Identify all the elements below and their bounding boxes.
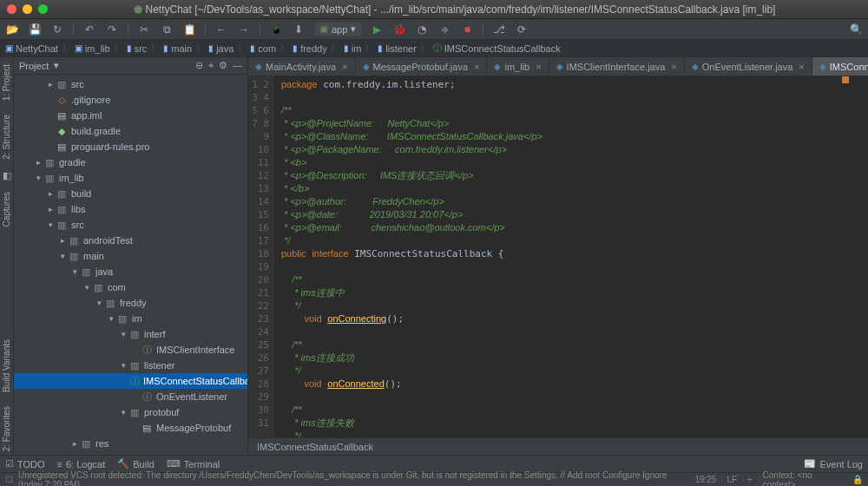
status-icon[interactable]: ☐ <box>5 475 13 484</box>
undo-icon[interactable]: ↶ <box>82 23 96 36</box>
tree-item-messageprotobuf[interactable]: ▤MessageProtobuf <box>14 420 247 436</box>
tree-item-imsclientinterface[interactable]: ⒾIMSClientInterface <box>14 342 247 358</box>
sync-icon[interactable]: ↻ <box>50 23 64 36</box>
tree-item-protobuf[interactable]: ▾▥protobuf <box>14 404 247 420</box>
breadcrumb-item[interactable]: ▮java <box>208 43 233 54</box>
close-tab-icon[interactable]: × <box>799 62 804 72</box>
tree-item-src[interactable]: ▸▥src <box>14 76 247 92</box>
int-icon: Ⓘ <box>141 391 153 404</box>
todo-tab[interactable]: ☑TODO <box>5 458 45 470</box>
tree-item-build-gradle[interactable]: ◆build.gradle <box>14 123 247 139</box>
tree-item-res[interactable]: ▸▥res <box>14 436 247 451</box>
tree-item-build[interactable]: ▸▥build <box>14 186 247 201</box>
close-tab-icon[interactable]: × <box>342 62 347 72</box>
debug-icon[interactable]: 🐞 <box>392 23 406 36</box>
event-log-tab[interactable]: 📰Event Log <box>804 458 863 470</box>
int-icon: Ⓘ <box>141 344 153 357</box>
structure-toolwindow-tab[interactable]: 2: Structure <box>0 111 13 163</box>
logcat-tab[interactable]: ≡6: Logcat <box>57 459 106 470</box>
lock-icon[interactable]: 🔒 <box>852 475 863 484</box>
tree-item-src[interactable]: ▾▥src <box>14 217 247 233</box>
context-selector[interactable]: Context: <no context> <box>763 470 842 487</box>
tree-item-im-lib[interactable]: ▾▥im_lib <box>14 170 247 186</box>
close-tab-icon[interactable]: × <box>474 62 479 72</box>
breadcrumb-item[interactable]: ▮im <box>344 43 362 54</box>
close-tab-icon[interactable]: × <box>671 62 676 72</box>
copy-icon[interactable]: ⧉ <box>160 23 174 36</box>
tree-item-com[interactable]: ▾▥com <box>14 279 247 295</box>
run-icon[interactable]: ▶ <box>370 23 384 36</box>
redo-icon[interactable]: ↷ <box>105 23 119 36</box>
editor-tab[interactable]: ◆IMSConnectStatusCallback.java× <box>812 57 868 76</box>
tree-item-main[interactable]: ▾▥main <box>14 248 247 264</box>
breadcrumb-item[interactable]: ▮freddy <box>293 43 327 54</box>
int-icon: Ⓘ <box>130 375 140 388</box>
breadcrumb-item[interactable]: ▮com <box>250 43 276 54</box>
project-toolwindow-tab[interactable]: 1: Project <box>0 61 13 104</box>
settings-icon[interactable]: ⚙ <box>219 60 227 71</box>
close-window-icon[interactable] <box>7 4 16 14</box>
encoding[interactable]: ÷ <box>747 475 753 484</box>
editor-tab[interactable]: ◆MessageProtobuf.java× <box>356 57 488 76</box>
run-config-selector[interactable]: ▣app▾ <box>314 23 361 36</box>
collapse-icon[interactable]: ⊖ <box>195 60 203 71</box>
editor-tab[interactable]: ◆im_lib× <box>487 57 549 76</box>
locate-icon[interactable]: ⌖ <box>208 60 214 71</box>
tree-item-oneventlistener[interactable]: ⒾOnEventListener <box>14 389 247 404</box>
sdk-icon[interactable]: ⬇ <box>292 23 306 36</box>
back-icon[interactable]: ← <box>214 23 228 36</box>
fold-icon: ▥ <box>68 251 80 262</box>
attach-icon[interactable]: ⎆ <box>437 23 451 36</box>
save-icon[interactable]: 💾 <box>28 23 42 36</box>
breadcrumb-item[interactable]: ▣im_lib <box>75 43 110 54</box>
editor-tab[interactable]: ◆IMSClientInterface.java× <box>549 57 685 76</box>
close-tab-icon[interactable]: × <box>536 62 541 72</box>
profile-icon[interactable]: ◔ <box>415 23 429 36</box>
captures-toolwindow-tab[interactable]: Captures <box>0 188 13 231</box>
tree-item-im[interactable]: ▾▥im <box>14 311 247 326</box>
breadcrumb-item[interactable]: ▮listener <box>378 43 416 54</box>
tree-item-interf[interactable]: ▾▥interf <box>14 326 247 342</box>
tree-item-gradle[interactable]: ▸▥gradle <box>14 154 247 170</box>
tree-item--gitignore[interactable]: ◇.gitignore <box>14 92 247 108</box>
update-icon[interactable]: ⟳ <box>515 23 529 36</box>
breadcrumb-item[interactable]: ▣NettyChat <box>5 43 58 54</box>
line-separator[interactable]: LF <box>727 475 737 484</box>
file-icon: ◆ <box>255 62 262 71</box>
favorites-tab[interactable]: 2: Favorites <box>0 403 13 455</box>
breadcrumb-item[interactable]: ▮src <box>127 43 148 54</box>
tree-item-proguard-rules-pro[interactable]: ▤proguard-rules.pro <box>14 139 247 154</box>
project-tree[interactable]: ▸▥src◇.gitignore▤app.iml◆build.gradle▤pr… <box>14 75 247 455</box>
search-everywhere-icon[interactable]: 🔍 <box>849 23 863 36</box>
build-variants-tab[interactable]: Build Variants <box>0 336 13 396</box>
tree-item-freddy[interactable]: ▾▥freddy <box>14 295 247 311</box>
captures-icon[interactable]: ◧ <box>3 170 11 181</box>
editor-tab[interactable]: ◆MainActivity.java× <box>248 57 356 76</box>
forward-icon[interactable]: → <box>237 23 251 36</box>
tree-item-app-iml[interactable]: ▤app.iml <box>14 108 247 123</box>
cut-icon[interactable]: ✂ <box>137 23 151 36</box>
breadcrumb-item[interactable]: ▮main <box>163 43 192 54</box>
tree-item-listener[interactable]: ▾▥listener <box>14 358 247 373</box>
tree-item-imsconnectstatuscallback[interactable]: ⒾIMSConnectStatusCallback <box>14 373 247 389</box>
tree-item-java[interactable]: ▾▥java <box>14 264 247 279</box>
window-controls[interactable] <box>7 4 48 14</box>
avd-icon[interactable]: 📱 <box>269 23 283 36</box>
vcs-icon[interactable]: ⎇ <box>492 23 506 36</box>
caret-position[interactable]: 19:25 <box>694 475 716 484</box>
tree-item-libs[interactable]: ▸▥libs <box>14 201 247 217</box>
hide-icon[interactable]: — <box>233 60 242 71</box>
tree-item-androidmanifest-xml[interactable]: ⬘AndroidManifest.xml <box>14 451 247 455</box>
tree-item-androidtest[interactable]: ▸▥androidTest <box>14 233 247 248</box>
editor-tab[interactable]: ◆OnEventListener.java× <box>685 57 812 76</box>
terminal-tab[interactable]: ⌨Terminal <box>167 458 220 470</box>
minimize-window-icon[interactable] <box>23 4 32 14</box>
maximize-window-icon[interactable] <box>38 4 48 14</box>
error-stripe-marker[interactable] <box>842 76 849 83</box>
build-tab[interactable]: 🔨Build <box>117 458 154 470</box>
code-editor[interactable]: package com.freddy.im.listener; /** * <p… <box>274 76 868 437</box>
open-icon[interactable]: 📂 <box>5 23 19 36</box>
stop-icon[interactable]: ■ <box>460 23 474 36</box>
breadcrumb-item[interactable]: ⒾIMSConnectStatusCallback <box>433 43 561 55</box>
paste-icon[interactable]: 📋 <box>182 23 196 36</box>
